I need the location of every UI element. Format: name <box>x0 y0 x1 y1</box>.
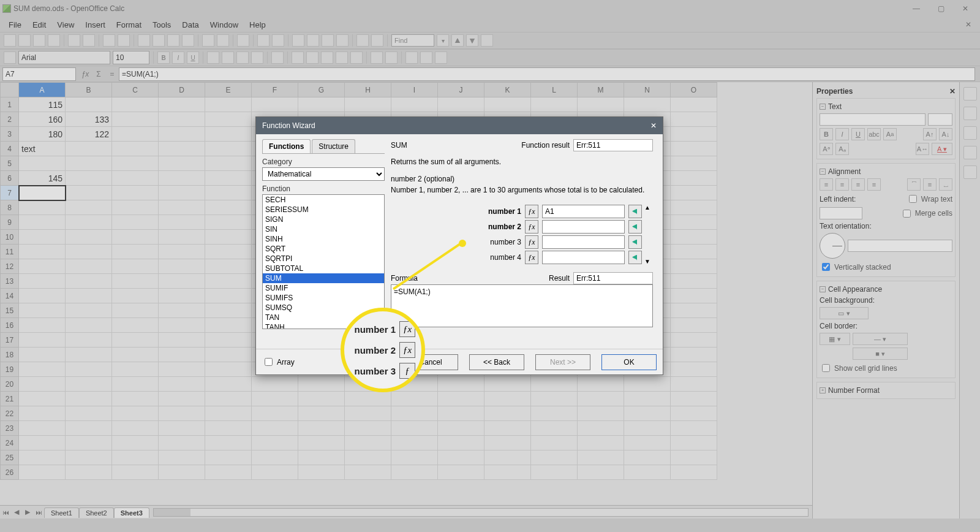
horizontal-scrollbar[interactable] <box>153 508 809 517</box>
sum-icon[interactable]: Σ <box>92 67 105 81</box>
cell[interactable] <box>66 465 112 480</box>
cell[interactable] <box>345 392 391 406</box>
cell[interactable] <box>19 274 66 289</box>
cell[interactable] <box>112 186 159 200</box>
halign-right-icon[interactable]: ≡ <box>851 178 865 191</box>
cell[interactable] <box>391 465 438 480</box>
valign-bot-icon[interactable]: ⎵ <box>939 178 952 191</box>
column-header[interactable]: H <box>345 83 391 97</box>
cell[interactable] <box>19 377 66 392</box>
cell[interactable] <box>112 377 159 392</box>
cell[interactable] <box>159 186 205 200</box>
cell[interactable] <box>159 142 205 156</box>
cell[interactable] <box>159 171 205 186</box>
find-toggle-icon[interactable]: ▾ <box>437 34 449 47</box>
cell[interactable] <box>66 450 112 465</box>
cell[interactable] <box>112 421 159 436</box>
minimize-button[interactable]: — <box>904 1 929 17</box>
cell[interactable] <box>159 333 205 348</box>
cell[interactable] <box>578 421 624 436</box>
row-header[interactable]: 20 <box>1 377 19 392</box>
cell[interactable] <box>112 97 159 112</box>
cell[interactable] <box>391 421 438 436</box>
function-list-item[interactable]: SQRT <box>263 244 384 254</box>
font-name-combo[interactable] <box>820 113 925 126</box>
cell[interactable] <box>66 171 112 186</box>
cell[interactable] <box>66 274 112 289</box>
currency-icon[interactable] <box>292 51 304 64</box>
cell[interactable] <box>391 450 438 465</box>
underline-icon[interactable]: U <box>187 51 199 64</box>
row-header[interactable]: 12 <box>1 259 19 274</box>
cell[interactable]: 180 <box>19 127 66 142</box>
column-header[interactable]: A <box>19 83 66 97</box>
function-list-item[interactable]: SIGN <box>263 215 384 224</box>
cell[interactable] <box>671 186 717 200</box>
cell[interactable] <box>624 450 671 465</box>
cell[interactable] <box>159 156 205 171</box>
tab-first-icon[interactable]: ⏮ <box>0 509 11 516</box>
undo-icon[interactable] <box>202 34 214 47</box>
row-header[interactable]: 6 <box>1 171 19 186</box>
row-header[interactable]: 2 <box>1 112 19 127</box>
cell[interactable] <box>578 450 624 465</box>
cell[interactable]: 160 <box>19 112 66 127</box>
cell[interactable] <box>112 245 159 259</box>
collapse-numfmt-icon[interactable]: + <box>820 387 826 393</box>
cell[interactable] <box>159 259 205 274</box>
navigator-icon[interactable] <box>307 34 319 47</box>
menu-help[interactable]: Help <box>244 19 271 31</box>
collapse-align-icon[interactable]: − <box>820 169 826 175</box>
arg-input[interactable] <box>542 205 625 218</box>
cell[interactable] <box>578 392 624 406</box>
cell[interactable] <box>19 215 66 230</box>
cell[interactable] <box>19 289 66 303</box>
cell[interactable] <box>671 274 717 289</box>
cell[interactable] <box>19 450 66 465</box>
cell[interactable] <box>19 421 66 436</box>
align-justify-icon[interactable] <box>251 51 263 64</box>
cell[interactable] <box>484 450 531 465</box>
cell[interactable] <box>298 436 345 450</box>
cell[interactable] <box>66 318 112 333</box>
cell[interactable] <box>531 436 578 450</box>
cell[interactable] <box>671 377 717 392</box>
cell[interactable] <box>112 348 159 362</box>
cell[interactable] <box>159 465 205 480</box>
cell[interactable] <box>484 406 531 421</box>
sort-asc-icon[interactable] <box>257 34 270 47</box>
shrink-icon[interactable]: ⯇ <box>628 251 642 264</box>
properties-deck-icon[interactable] <box>963 87 977 101</box>
cell[interactable] <box>66 436 112 450</box>
cell[interactable] <box>671 156 717 171</box>
cell[interactable] <box>159 230 205 245</box>
cell[interactable] <box>345 421 391 436</box>
cell[interactable] <box>298 450 345 465</box>
cell[interactable] <box>205 465 252 480</box>
cell[interactable] <box>671 112 717 127</box>
cell[interactable] <box>159 303 205 318</box>
cell[interactable] <box>624 465 671 480</box>
cell[interactable] <box>159 392 205 406</box>
cell[interactable] <box>578 377 624 392</box>
cell[interactable] <box>578 97 624 112</box>
row-header[interactable]: 8 <box>1 200 19 215</box>
cell[interactable] <box>66 362 112 377</box>
cell[interactable] <box>66 348 112 362</box>
cell-border-style[interactable]: — ▾ <box>853 333 908 345</box>
row-header[interactable]: 17 <box>1 333 19 348</box>
row-header[interactable]: 24 <box>1 436 19 450</box>
cell-border-picker[interactable]: ▦ ▾ <box>820 333 850 345</box>
cell[interactable] <box>112 436 159 450</box>
cell[interactable] <box>578 465 624 480</box>
cell[interactable] <box>438 450 484 465</box>
cell[interactable] <box>671 289 717 303</box>
row-header[interactable]: 16 <box>1 318 19 333</box>
cell[interactable] <box>671 450 717 465</box>
column-header[interactable]: B <box>66 83 112 97</box>
cell[interactable] <box>531 97 578 112</box>
cell[interactable] <box>671 436 717 450</box>
cell[interactable] <box>438 406 484 421</box>
paste-icon[interactable] <box>167 34 179 47</box>
help-icon[interactable] <box>371 34 383 47</box>
